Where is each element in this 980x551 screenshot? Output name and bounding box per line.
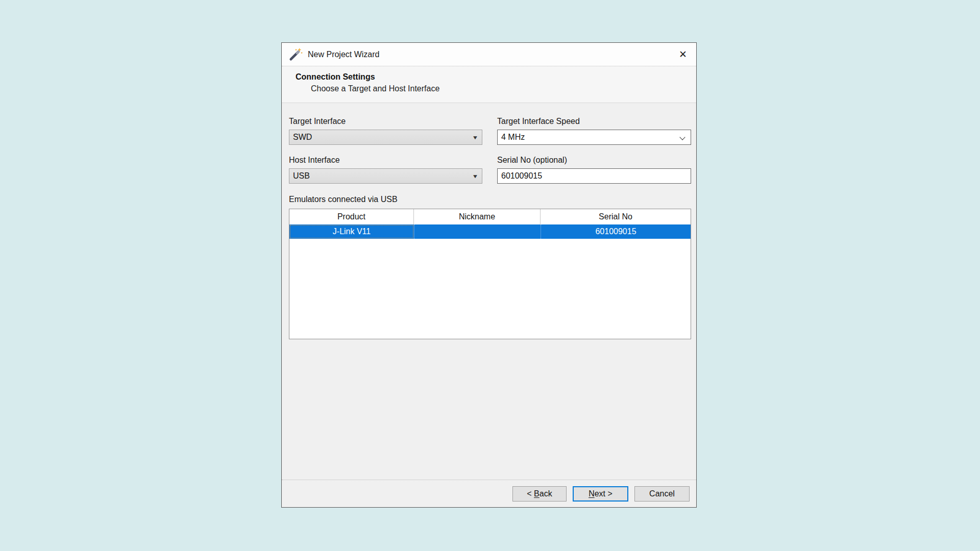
serial-no-input[interactable] <box>497 168 691 184</box>
titlebar: New Project Wizard ✕ <box>282 43 696 66</box>
next-button[interactable]: Next > <box>573 486 628 502</box>
cell-nickname[interactable] <box>414 224 541 239</box>
cancel-button[interactable]: Cancel <box>634 486 690 502</box>
emulators-table[interactable]: Product Nickname Serial No J-Link V11 60… <box>289 209 691 339</box>
step-title: Connection Settings <box>296 72 696 82</box>
target-interface-label: Target Interface <box>289 117 482 126</box>
new-project-wizard-dialog: New Project Wizard ✕ Connection Settings… <box>281 42 697 508</box>
wand-icon <box>289 47 303 61</box>
column-header-product[interactable]: Product <box>289 209 414 224</box>
cell-serial[interactable]: 601009015 <box>541 224 691 239</box>
window-title: New Project Wizard <box>308 50 379 59</box>
emulators-list-label: Emulators connected via USB <box>289 195 690 204</box>
dialog-content: Target Interface SWD ▼ Target Interface … <box>282 103 696 480</box>
target-interface-value: SWD <box>293 133 312 142</box>
emulators-table-header: Product Nickname Serial No <box>289 209 691 224</box>
table-row[interactable]: J-Link V11 601009015 <box>289 224 691 239</box>
dropdown-arrow-icon: ▼ <box>472 135 479 140</box>
target-interface-speed-label: Target Interface Speed <box>497 117 691 126</box>
close-icon[interactable]: ✕ <box>676 47 690 62</box>
column-header-nickname[interactable]: Nickname <box>414 209 541 224</box>
column-header-serial[interactable]: Serial No <box>541 209 691 224</box>
step-subtitle: Choose a Target and Host Interface <box>311 84 696 93</box>
dropdown-arrow-icon: ▼ <box>472 173 479 179</box>
dialog-button-bar: < Back Next > Cancel <box>282 480 696 507</box>
host-interface-value: USB <box>293 171 310 181</box>
cell-product[interactable]: J-Link V11 <box>289 224 414 239</box>
back-button[interactable]: < Back <box>512 486 567 502</box>
serial-no-label: Serial No (optional) <box>497 156 691 165</box>
chevron-down-icon <box>680 135 685 140</box>
host-interface-dropdown[interactable]: USB ▼ <box>289 168 482 184</box>
target-interface-speed-dropdown[interactable]: 4 MHz <box>497 130 691 145</box>
wizard-step-header: Connection Settings Choose a Target and … <box>282 66 696 103</box>
target-interface-dropdown[interactable]: SWD ▼ <box>289 130 482 145</box>
target-interface-speed-value: 4 MHz <box>501 133 525 142</box>
host-interface-label: Host Interface <box>289 156 482 165</box>
